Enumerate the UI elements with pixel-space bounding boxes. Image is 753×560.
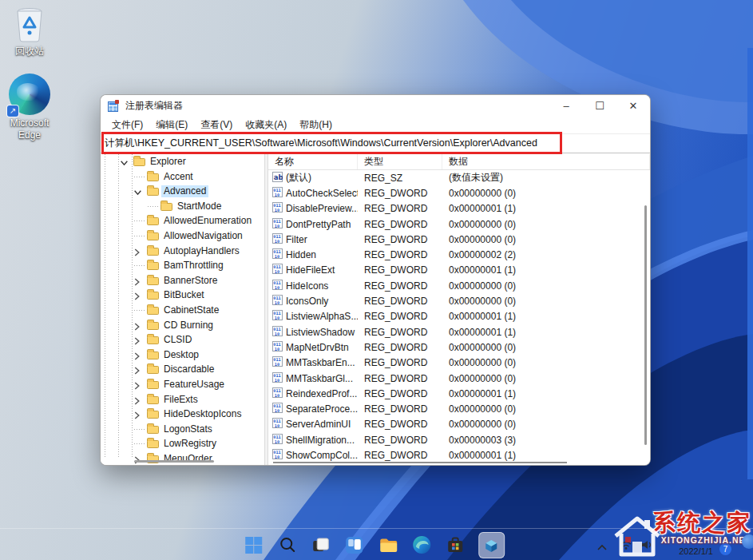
value-row-mapnetdrvbtn[interactable]: 01110MapNetDrvBtnREG_DWORD0x00000000 (0) <box>268 340 650 355</box>
tree-item-cabinetstate[interactable]: CabinetState <box>101 303 264 318</box>
store-button[interactable] <box>445 534 466 555</box>
chevron-right-icon[interactable] <box>133 335 141 344</box>
chevron-down-icon[interactable] <box>133 186 141 196</box>
menu-item-2[interactable]: 查看(V) <box>194 117 239 133</box>
value-name: MapNetDrvBtn <box>286 342 349 353</box>
list-vertical-scrollbar[interactable] <box>644 205 647 445</box>
tree-item-allowedenumeration[interactable]: AllowedEnumeration <box>101 213 264 228</box>
menu-bar: 文件(F)编辑(E)查看(V)收藏夹(A)帮助(H) <box>101 117 650 133</box>
chevron-right-icon[interactable] <box>133 395 141 404</box>
maximize-button[interactable]: ☐ <box>583 95 616 117</box>
tree-item-bannerstore[interactable]: BannerStore <box>101 273 264 288</box>
value-row-dontprettypath[interactable]: 01110DontPrettyPathREG_DWORD0x00000000 (… <box>268 216 650 232</box>
tree-item-startmode[interactable]: StartMode <box>101 199 264 214</box>
tree-horizontal-scrollbar[interactable] <box>134 460 214 463</box>
value-row-serveradminui[interactable]: 01110ServerAdminUIREG_DWORD0x00000000 (0… <box>268 417 650 432</box>
tree-item-clsid[interactable]: CLSID <box>101 332 264 348</box>
registry-tree-pane: ExplorerAccentAdvancedStartModeAllowedEn… <box>101 154 264 465</box>
value-row-filter[interactable]: 01110FilterREG_DWORD0x00000000 (0) <box>268 232 650 247</box>
registry-values-pane: 名称类型数据 ab(默认)REG_SZ(数值未设置)01110AutoCheck… <box>268 154 650 465</box>
column-header-2[interactable]: 数据 <box>442 154 650 169</box>
search-button[interactable] <box>277 534 298 555</box>
chevron-down-icon[interactable] <box>120 157 128 166</box>
value-row-showcompcol[interactable]: 01110ShowCompCol...REG_DWORD0x00000001 (… <box>268 447 650 463</box>
menu-item-0[interactable]: 文件(F) <box>105 117 149 133</box>
edge-button[interactable] <box>411 534 432 555</box>
value-row-hidefileext[interactable]: 01110HideFileExtREG_DWORD0x00000001 (1) <box>268 263 650 278</box>
file-explorer-button[interactable] <box>378 534 398 555</box>
chevron-right-icon[interactable] <box>133 246 141 256</box>
minimize-button[interactable]: – <box>549 95 583 117</box>
tree-item-cd-burning[interactable]: CD Burning <box>101 318 264 333</box>
tray-chevron-up-icon[interactable] <box>596 544 608 551</box>
start-button[interactable] <box>244 534 264 555</box>
tree-item-accent[interactable]: Accent <box>101 169 264 185</box>
tray-clock[interactable]: 2022/1/1 <box>679 546 713 557</box>
tree-item-hidedesktopicons[interactable]: HideDesktopIcons <box>101 407 264 422</box>
tree-item-fileexts[interactable]: FileExts <box>101 392 264 407</box>
tree-item-lowregistry[interactable]: LowRegistry <box>101 436 264 451</box>
widgets-button[interactable] <box>344 534 365 555</box>
value-row-autocheckselect[interactable]: 01110AutoCheckSelectREG_DWORD0x00000000 … <box>268 185 650 201</box>
value-row-mmtaskbaren[interactable]: 01110MMTaskbarEn...REG_DWORD0x00000000 (… <box>268 355 650 371</box>
tree-connector <box>134 429 145 430</box>
reg-dword-icon: 01110 <box>272 264 283 276</box>
value-row-hidden[interactable]: 01110HiddenREG_DWORD0x00000002 (2) <box>268 247 650 262</box>
tree-item-featureusage[interactable]: FeatureUsage <box>101 377 264 392</box>
value-row-默认[interactable]: ab(默认)REG_SZ(数值未设置) <box>268 170 650 185</box>
value-type-cell: REG_DWORD <box>358 373 442 384</box>
address-bar[interactable]: 计算机\HKEY_CURRENT_USER\Software\Microsoft… <box>101 133 650 153</box>
value-row-disablepreview[interactable]: 01110DisablePreview...REG_DWORD0x0000000… <box>268 201 650 216</box>
tree-item-autoplayhandlers[interactable]: AutoplayHandlers <box>101 244 264 259</box>
window-titlebar[interactable]: 注册表编辑器 – ☐ ✕ <box>101 95 650 117</box>
chevron-right-icon[interactable] <box>133 364 141 374</box>
menu-item-4[interactable]: 帮助(H) <box>293 117 339 133</box>
task-view-button[interactable] <box>311 534 331 555</box>
close-button[interactable]: ✕ <box>616 95 650 117</box>
tree-item-bamthrottling[interactable]: BamThrottling <box>101 258 264 273</box>
value-type-cell: REG_DWORD <box>358 403 442 415</box>
tree-item-desktop[interactable]: Desktop <box>101 348 264 363</box>
column-header-1[interactable]: 类型 <box>358 154 442 169</box>
tree-item-explorer[interactable]: Explorer <box>101 154 264 169</box>
value-row-reindexedprof[interactable]: 01110ReindexedProf...REG_DWORD0x00000001… <box>268 386 650 401</box>
svg-text:10: 10 <box>275 455 279 459</box>
value-row-listviewshadow[interactable]: 01110ListviewShadowREG_DWORD0x00000001 (… <box>268 324 650 340</box>
chevron-right-icon[interactable] <box>133 379 141 389</box>
chevron-right-icon[interactable] <box>133 320 141 330</box>
edge-shortcut-icon[interactable]: ↗ Microsoft Edge <box>0 73 59 141</box>
value-row-listviewalphas[interactable]: 01110ListviewAlphaS...REG_DWORD0x0000000… <box>268 309 650 324</box>
network-icon[interactable] <box>620 539 632 550</box>
chevron-right-icon[interactable] <box>133 290 141 300</box>
tree-item-bitbucket[interactable]: BitBucket <box>101 288 264 303</box>
value-row-iconsonly[interactable]: 01110IconsOnlyREG_DWORD0x00000000 (0) <box>268 293 650 308</box>
svg-text:10: 10 <box>275 284 279 289</box>
value-type-cell: REG_DWORD <box>358 280 442 292</box>
tree-item-advanced[interactable]: Advanced <box>101 184 264 199</box>
value-row-separateproce[interactable]: 01110SeparateProce...REG_DWORD0x00000000… <box>268 401 650 416</box>
chevron-right-icon[interactable] <box>133 350 141 359</box>
value-row-hideicons[interactable]: 01110HideIconsREG_DWORD0x00000000 (0) <box>268 278 650 293</box>
tree-item-label: CLSID <box>161 334 194 346</box>
tree-item-allowednavigation[interactable]: AllowedNavigation <box>101 228 264 244</box>
value-row-shellmigration[interactable]: 01110ShellMigration...REG_DWORD0x0000000… <box>268 432 650 447</box>
menu-item-3[interactable]: 收藏夹(A) <box>239 117 293 133</box>
list-horizontal-scrollbar[interactable] <box>273 462 567 463</box>
folder-icon <box>147 232 159 240</box>
value-row-mmtaskbargl[interactable]: 01110MMTaskbarGl...REG_DWORD0x00000000 (… <box>268 371 650 386</box>
notification-badge[interactable]: 7 <box>719 543 731 555</box>
tree-item-menuorder[interactable]: MenuOrder <box>101 451 264 465</box>
value-data-cell: 0x00000001 (1) <box>442 264 650 276</box>
menu-item-1[interactable]: 编辑(E) <box>149 117 194 133</box>
registry-editor-taskbar-button[interactable] <box>478 532 505 558</box>
tree-connector <box>134 310 145 311</box>
tree-item-discardable[interactable]: Discardable <box>101 362 264 377</box>
chevron-right-icon[interactable] <box>133 276 141 285</box>
tree-item-logonstats[interactable]: LogonStats <box>101 422 264 437</box>
value-name-cell: 01110HideIcons <box>268 280 358 292</box>
column-header-0[interactable]: 名称 <box>268 154 358 169</box>
recycle-bin-icon[interactable]: 回收站 <box>0 5 59 58</box>
chevron-right-icon[interactable] <box>133 409 141 419</box>
volume-icon[interactable] <box>641 539 652 550</box>
value-type-cell: REG_DWORD <box>358 357 442 368</box>
